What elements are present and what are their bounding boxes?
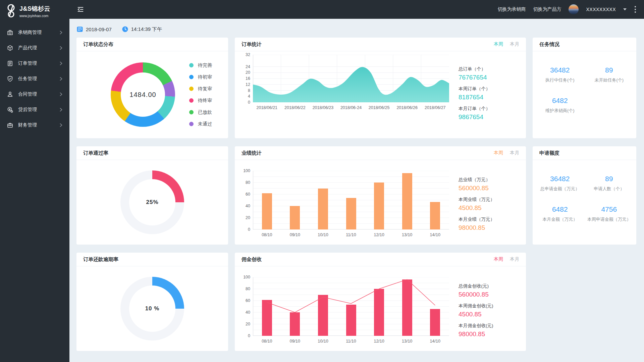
datetime-bar: 2018-09-07 14:14:39 下午: [76, 23, 637, 35]
chevron-right-icon: [59, 108, 63, 112]
performance-body: 020406080100 08/1009/1010/1011/1012/1013…: [235, 160, 526, 237]
card-title: 订单统计: [241, 41, 262, 48]
x-axis-label: 13/10: [393, 339, 421, 344]
metric-value: 6482: [535, 97, 585, 105]
x-axis-label: 10/10: [309, 232, 337, 237]
commission-body: 020406080100 08/1009/1010/1011/1012/1013…: [235, 266, 526, 344]
avatar[interactable]: [569, 4, 579, 14]
metric-label: 执行中任务(个): [535, 77, 585, 83]
sidebar-collapse-icon[interactable]: [77, 6, 84, 13]
card-repayment-overdue-rate: 订单还款逾期率 10 %: [76, 253, 228, 351]
period-tabs: 本周本月: [494, 256, 519, 262]
shield-check-icon: [7, 75, 13, 82]
clock-icon: [122, 26, 128, 33]
y-axis-tick: 20: [246, 70, 250, 75]
legend-label: 未通过: [198, 121, 212, 127]
legend-label: 已放款: [198, 109, 212, 115]
tab-this-week[interactable]: 本周: [494, 150, 503, 156]
stat-value: 4500.85: [459, 204, 495, 212]
performance-figures: 总业绩（万元）560000.85本周业绩（万元）4500.85本月业绩（万元）9…: [449, 160, 495, 237]
y-axis-tick: 16: [246, 76, 250, 81]
coin-gear-icon: [7, 106, 13, 113]
stat-label: 本月订单（个）: [459, 106, 490, 112]
topbar: 切换为承销商 切换为产品方 XXXXXXXXX: [69, 0, 644, 19]
stat-label: 总订单（个）: [459, 66, 490, 72]
chevron-down-icon[interactable]: [623, 8, 627, 10]
dashboard-content: 2018-09-07 14:14:39 下午 订单状态分布: [69, 19, 644, 362]
overdue-rate-gauge-chart: 10 %: [120, 277, 184, 341]
stat-value: 8187654: [459, 94, 490, 101]
card-title: 订单还款逾期率: [83, 256, 118, 263]
bar: [374, 183, 384, 229]
y-axis-tick: 24: [246, 64, 250, 69]
legend-item[interactable]: 未通过: [189, 121, 212, 127]
sidebar-item-postloan[interactable]: 贷后管理: [0, 102, 69, 117]
y-axis: 0481216202432: [240, 55, 253, 102]
sidebar-item-task[interactable]: 任务管理: [0, 71, 69, 87]
metric-item: 89申请人数（个）: [585, 175, 634, 192]
sidebar-nav: 承销商管理产品代理订单管理任务管理合同管理贷后管理财务管理: [0, 25, 69, 133]
tab-this-week[interactable]: 本周: [494, 256, 503, 262]
sidebar-item-contract[interactable]: 合同管理: [0, 87, 69, 102]
bar: [402, 173, 412, 229]
y-axis-tick: 100: [243, 168, 250, 173]
pass-rate-body: 25%: [76, 160, 228, 245]
sidebar-item-label: 贷后管理: [18, 107, 59, 113]
y-axis-tick: 8: [248, 88, 250, 93]
stat-value: 4500.85: [459, 311, 493, 318]
sidebar-item-product[interactable]: 产品代理: [0, 40, 69, 56]
card-header: 订单通过率: [76, 146, 228, 160]
x-axis-label: 2018/06/22: [281, 105, 309, 110]
card-header: 佣金创收 本周本月: [235, 253, 526, 266]
order-status-donut-body: 1484.00 待完善待初审待复审待终审已放款未通过: [76, 51, 228, 138]
card-apply-quota: 申请额度 36482总申请金额（万元）89申请人数（个）6482本月金额（万元）…: [533, 146, 636, 245]
x-axis-label: 2018/06/27: [421, 105, 449, 110]
brand-name: J&S锦杉云: [19, 5, 50, 13]
tab-this-week[interactable]: 本周: [494, 41, 503, 47]
tab-this-month[interactable]: 本月: [510, 256, 519, 262]
y-axis-tick: 32: [246, 52, 250, 57]
x-axis-label: 14/10: [421, 232, 449, 237]
legend-item[interactable]: 待复审: [189, 86, 212, 92]
stat-value: 560000.85: [459, 291, 493, 298]
switch-product-link[interactable]: 切换为产品方: [533, 6, 561, 12]
metric-item: 4756本周申请金额（万元）: [585, 205, 634, 222]
tab-this-month[interactable]: 本月: [510, 150, 519, 156]
switch-underwriter-link[interactable]: 切换为承销商: [497, 6, 526, 12]
gauge-hole: 10 %: [129, 286, 175, 332]
metric-label: 本周申请金额（万元）: [585, 216, 634, 222]
x-axis-label: 10/10: [309, 339, 337, 344]
briefcase-icon: [7, 122, 13, 128]
bar: [430, 202, 440, 229]
chevron-right-icon: [59, 61, 63, 65]
clipboard-icon: [7, 60, 13, 67]
card-commission-revenue: 佣金创收 本周本月 020406080100 08/1009/1010/1011…: [235, 253, 526, 351]
stat-value: 98000.85: [459, 330, 493, 338]
sidebar-item-underwriter[interactable]: 承销商管理: [0, 25, 69, 40]
metric-label: 维护承销商(个): [535, 108, 585, 114]
sidebar-item-order[interactable]: 订单管理: [0, 56, 69, 71]
line-overlay: [253, 277, 449, 336]
x-axis-label: 2018/06/25: [365, 105, 393, 110]
y-axis-tick: 80: [246, 180, 250, 185]
y-axis-tick: 80: [246, 287, 250, 291]
order-stats-figures: 总订单（个）76767654本周订单（个）8187654本月订单（个）98676…: [449, 51, 490, 121]
tab-this-month[interactable]: 本月: [510, 41, 519, 47]
legend-item[interactable]: 待终审: [189, 98, 212, 104]
stat-value: 9867654: [459, 113, 490, 121]
y-axis-tick: 20: [246, 215, 250, 220]
y-axis-tick: 0: [248, 227, 250, 232]
y-axis-tick: 12: [246, 82, 250, 87]
metric-value: 36482: [535, 175, 585, 183]
legend-item[interactable]: 待完善: [189, 62, 212, 68]
main-column: 切换为承销商 切换为产品方 XXXXXXXXX: [69, 0, 644, 362]
username[interactable]: XXXXXXXXX: [586, 7, 616, 12]
kebab-menu-icon[interactable]: [634, 4, 637, 14]
y-axis: 020406080100: [240, 277, 253, 336]
legend-item[interactable]: 待初审: [189, 74, 212, 80]
card-title: 任务情况: [539, 41, 559, 48]
sidebar-item-label: 产品代理: [18, 45, 59, 51]
metric-label: 申请人数（个）: [585, 186, 634, 192]
sidebar-item-finance[interactable]: 财务管理: [0, 117, 69, 133]
legend-item[interactable]: 已放款: [189, 109, 212, 115]
